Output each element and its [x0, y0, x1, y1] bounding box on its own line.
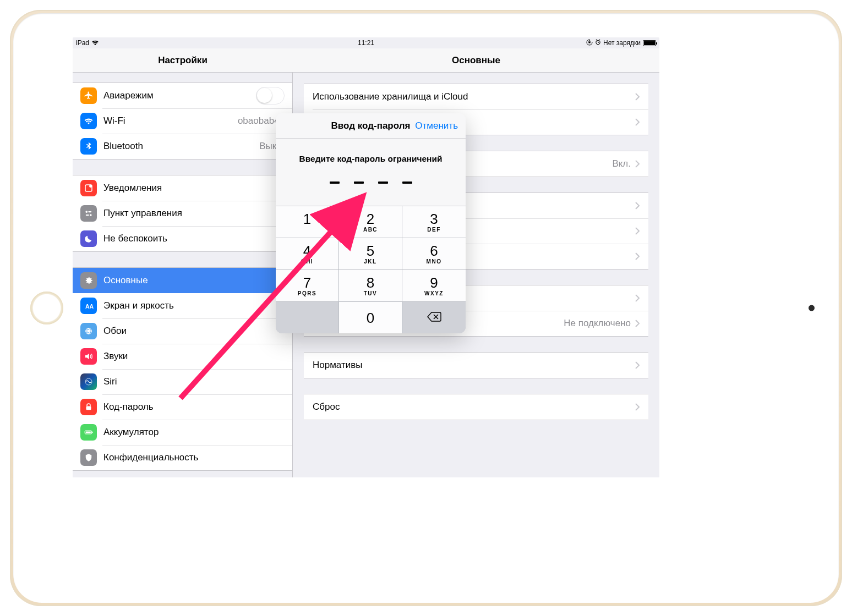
letters: DEF — [427, 227, 441, 233]
sidebar-item-label: Экран и яркость — [103, 300, 285, 311]
sidebar-item-notifications[interactable]: Уведомления — [73, 175, 292, 201]
sidebar-item-dnd[interactable]: Не беспокоить — [73, 226, 292, 251]
keypad-0[interactable]: 0 — [339, 301, 402, 333]
detail-item-label: Сброс — [313, 402, 635, 413]
sidebar-item-wifi[interactable]: Wi-Fi obaobab44 — [73, 108, 292, 134]
wifi-icon — [91, 40, 99, 46]
chevron-right-icon — [635, 294, 640, 302]
chevron-right-icon — [635, 403, 640, 411]
keypad-8[interactable]: 8TUV — [339, 270, 402, 301]
sidebar-item-label: Конфиденциальность — [103, 452, 285, 463]
sidebar-item-label: Звуки — [103, 351, 285, 362]
keypad-1[interactable]: 1 — [276, 206, 339, 238]
letters: JKL — [364, 258, 376, 265]
display-icon: AA — [80, 298, 97, 314]
control-center-icon — [80, 205, 97, 222]
device-label: iPad — [76, 39, 89, 47]
alarm-icon — [595, 39, 601, 47]
letters: GHI — [301, 258, 313, 265]
keypad-7[interactable]: 7PQRS — [276, 270, 339, 301]
sidebar-item-passcode[interactable]: Код-пароль — [73, 394, 292, 420]
svg-rect-15 — [92, 432, 93, 433]
sidebar-item-label: Код-пароль — [103, 402, 285, 413]
sidebar-item-siri[interactable]: Siri — [73, 369, 292, 394]
letters: TUV — [364, 290, 378, 296]
home-button[interactable] — [30, 292, 63, 324]
delete-icon — [427, 312, 441, 324]
letters — [306, 227, 308, 233]
keypad-blank — [276, 301, 339, 333]
chevron-right-icon — [635, 202, 640, 210]
siri-icon — [80, 373, 97, 390]
dnd-icon — [80, 230, 97, 247]
digit: 6 — [430, 244, 438, 258]
restrictions-value: Вкл. — [612, 158, 631, 169]
airplane-icon — [80, 87, 97, 104]
digit: 3 — [430, 212, 438, 226]
letters: WXYZ — [424, 290, 444, 296]
keypad-delete[interactable] — [402, 301, 466, 333]
sidebar-item-label: Основные — [103, 275, 285, 286]
sidebar-item-display[interactable]: AA Экран и яркость — [73, 293, 292, 318]
detail-item-regulatory[interactable]: Нормативы — [304, 353, 648, 378]
sidebar-item-label: Wi-Fi — [103, 116, 233, 127]
svg-rect-13 — [86, 406, 91, 410]
sidebar-item-label: Bluetooth — [103, 141, 255, 152]
keypad-9[interactable]: 9WXYZ — [402, 270, 466, 301]
sidebar-item-label: Уведомления — [103, 183, 285, 194]
sidebar-item-general[interactable]: Основные — [73, 268, 292, 293]
sidebar-item-wallpaper[interactable]: Обои — [73, 318, 292, 344]
sidebar-item-label: Siri — [103, 376, 285, 387]
digit: 8 — [367, 276, 374, 290]
clock: 11:21 — [358, 39, 374, 47]
svg-rect-1 — [588, 41, 590, 43]
passcode-modal: Ввод код-пароля Отменить Введите код-пар… — [276, 113, 466, 333]
modal-title: Ввод код-пароля — [331, 120, 411, 131]
chevron-right-icon — [635, 320, 640, 327]
general-icon — [80, 272, 97, 289]
passcode-prompt: Введите код-пароль ограничений — [285, 154, 457, 164]
notifications-icon — [80, 180, 97, 196]
wallpaper-icon — [80, 323, 97, 339]
letters: ABC — [363, 227, 378, 233]
digit: 7 — [303, 276, 311, 290]
sidebar-item-label: Обои — [103, 326, 285, 337]
keypad-6[interactable]: 6MNO — [402, 238, 466, 270]
sidebar-item-bluetooth[interactable]: Bluetooth Выкл. — [73, 134, 292, 159]
detail-item-reset[interactable]: Сброс — [304, 394, 648, 420]
keypad-3[interactable]: 3DEF — [402, 206, 466, 238]
sounds-icon — [80, 348, 97, 365]
passcode-icon — [80, 399, 97, 415]
settings-sidebar: Авиарежим Wi-Fi obaobab44 Bluetooth Выкл… — [73, 73, 293, 477]
detail-item-label: Использование хранилища и iCloud — [313, 91, 635, 102]
wifi-settings-icon — [80, 113, 97, 129]
sidebar-item-control-center[interactable]: Пункт управления — [73, 201, 292, 226]
sidebar-item-label: Не беспокоить — [103, 233, 285, 244]
sidebar-item-label: Авиарежим — [103, 90, 256, 101]
digit: 2 — [367, 212, 374, 226]
sidebar-item-sounds[interactable]: Звуки — [73, 344, 292, 369]
svg-rect-8 — [86, 215, 89, 216]
svg-point-11 — [88, 331, 90, 332]
digit: 0 — [367, 311, 374, 325]
sidebar-item-privacy[interactable]: Конфиденциальность — [73, 445, 292, 470]
digit: 4 — [303, 244, 311, 258]
keypad-5[interactable]: 5JKL — [339, 238, 402, 270]
keypad-4[interactable]: 4GHI — [276, 238, 339, 270]
airplane-toggle[interactable] — [256, 87, 285, 105]
sidebar-item-battery[interactable]: Аккумулятор — [73, 420, 292, 445]
svg-text:AA: AA — [85, 303, 94, 310]
detail-item-storage[interactable]: Использование хранилища и iCloud — [304, 84, 648, 109]
keypad-2[interactable]: 2ABC — [339, 206, 402, 238]
battery-settings-icon — [80, 424, 97, 441]
sidebar-item-airplane[interactable]: Авиарежим — [73, 83, 292, 108]
cancel-button[interactable]: Отменить — [415, 120, 458, 131]
sidebar-header: Настройки — [73, 48, 293, 73]
svg-point-5 — [85, 211, 88, 213]
passcode-slots — [285, 182, 457, 184]
orientation-lock-icon — [586, 39, 593, 47]
front-camera — [809, 305, 815, 311]
svg-rect-16 — [86, 432, 91, 433]
digit: 5 — [367, 244, 374, 258]
svg-point-7 — [90, 214, 92, 216]
